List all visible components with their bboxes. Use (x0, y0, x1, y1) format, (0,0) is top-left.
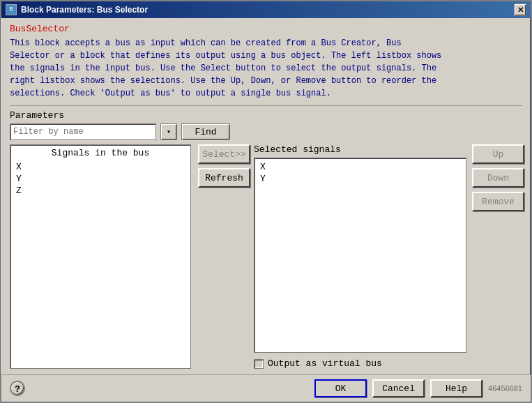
main-content-row: Signals in the bus X Y Z Select>> Refres… (10, 144, 522, 369)
down-button[interactable]: Down (472, 168, 524, 188)
list-item: Y (13, 173, 188, 185)
params-area: ▾ Find Signals in the bus X Y Z (10, 123, 522, 369)
right-action-buttons: Up Down Remove (466, 144, 522, 369)
remove-button[interactable]: Remove (472, 192, 524, 211)
title-bar: B Block Parameters: Bus Selector ✕ (1, 1, 531, 18)
window-icon: B (6, 4, 17, 15)
dialog-body: BusSelector This block accepts a bus as … (1, 18, 531, 374)
dialog-window: B Block Parameters: Bus Selector ✕ BusSe… (0, 0, 532, 403)
parameters-label: Parameters (10, 110, 522, 121)
chevron-down-icon: ▾ (167, 128, 171, 136)
refresh-button[interactable]: Refresh (198, 168, 250, 188)
list-item: X (257, 161, 463, 173)
filter-input[interactable] (10, 123, 156, 140)
signals-box-header: Signals in the bus (13, 148, 188, 158)
filter-row: ▾ Find (10, 123, 522, 140)
watermark: 46456681 (488, 384, 522, 393)
right-section: Selected signals X Y Output as virtual b… (254, 144, 522, 369)
help-circle-button[interactable]: ? (10, 381, 25, 396)
close-button[interactable]: ✕ (514, 3, 526, 16)
help-button[interactable]: Help (430, 379, 482, 397)
list-item: X (13, 161, 188, 173)
description-text: This block accepts a bus as input which … (10, 37, 522, 106)
selected-signals-label: Selected signals (254, 144, 466, 155)
cancel-button[interactable]: Cancel (372, 379, 425, 397)
up-button[interactable]: Up (472, 144, 524, 164)
list-item: Y (257, 173, 463, 185)
virtual-bus-label: Output as virtual bus (268, 358, 382, 369)
select-button[interactable]: Select>> (198, 144, 250, 164)
filter-dropdown-button[interactable]: ▾ (160, 123, 177, 140)
find-button[interactable]: Find (181, 123, 230, 140)
title-bar-left: B Block Parameters: Bus Selector (6, 4, 148, 15)
right-panel: Selected signals X Y Output as virtual b… (254, 144, 466, 369)
bottom-bar: ? OK Cancel Help 46456681 (1, 374, 531, 402)
subsystem-label: BusSelector (10, 24, 522, 34)
middle-buttons: Select>> Refresh (191, 144, 254, 369)
virtual-bus-row: Output as virtual bus (254, 358, 466, 369)
ok-button[interactable]: OK (314, 379, 367, 397)
window-title: Block Parameters: Bus Selector (21, 5, 148, 15)
output-virtual-bus-checkbox[interactable] (254, 359, 264, 369)
selected-signals-box: X Y (254, 158, 466, 353)
list-item: Z (13, 185, 188, 197)
left-panel: Signals in the bus X Y Z (10, 144, 191, 369)
bottom-left: ? (10, 381, 25, 396)
signals-in-bus-box: Signals in the bus X Y Z (10, 144, 191, 369)
bottom-right: OK Cancel Help 46456681 (314, 379, 522, 397)
